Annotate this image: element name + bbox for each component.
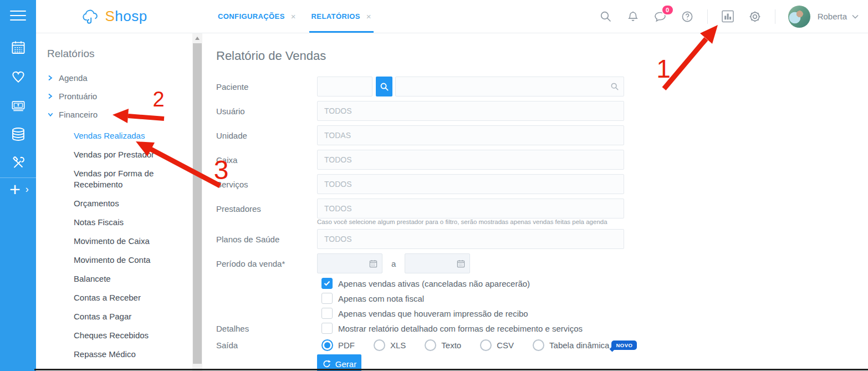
field-row-prestadores: Prestadores [216, 199, 868, 218]
field-row-periodo: Período da venda* a [216, 253, 868, 273]
paciente-search-button[interactable] [376, 77, 392, 96]
periodo-end-input[interactable] [405, 253, 470, 273]
hamburger-menu-icon[interactable] [10, 11, 26, 21]
logo-text: Shosp [105, 8, 147, 25]
open-tabs: CONFIGURAÇÕES × RELATÓRIOS × [192, 0, 385, 33]
calendar-icon[interactable] [9, 39, 27, 57]
chevron-down-icon [47, 111, 54, 118]
radio-xls[interactable] [374, 339, 385, 351]
sidebar-title: Relatórios [47, 48, 192, 60]
chat-badge: 0 [661, 4, 674, 16]
usuario-input[interactable] [317, 101, 624, 121]
header-divider [775, 9, 775, 24]
sidebar-item-vendas-realizadas[interactable]: Vendas Realizadas [74, 130, 191, 141]
scrollbar[interactable] [192, 33, 202, 371]
checkbox-relatorio-detalhado[interactable] [321, 323, 333, 334]
servicos-input[interactable] [317, 174, 624, 194]
sidebar-item-cheques-recebidos[interactable]: Cheques Recebidos [74, 330, 191, 341]
sidebar-item-vendas-por-prestador[interactable]: Vendas por Prestador [74, 149, 191, 160]
check-icon [324, 281, 330, 286]
sidebar-item-repasse-medico[interactable]: Repasse Médico [74, 349, 191, 360]
search-icon [380, 82, 389, 92]
cloud-logo-icon [81, 8, 101, 26]
main-content: Relatório de Vendas Paciente U [204, 33, 868, 371]
radio-pdf[interactable] [321, 339, 333, 351]
search-icon[interactable] [599, 9, 613, 24]
planos-input[interactable] [317, 229, 624, 249]
tree-group-prontuario[interactable]: Prontuário [47, 87, 192, 105]
output-format-row: Saída PDF XLS Texto CSV Tabela dinâmica … [216, 339, 868, 351]
checkbox-row-vendas-ativas: Apenas vendas ativas (canceladas não apa… [216, 278, 868, 289]
caixa-input[interactable] [317, 150, 624, 170]
field-row-caixa: Caixa [216, 150, 868, 170]
periodo-start-input[interactable] [317, 253, 382, 273]
radio-csv[interactable] [480, 339, 492, 351]
scrollbar-thumb[interactable] [193, 43, 202, 364]
heart-icon[interactable] [9, 68, 27, 85]
tree-group-financeiro[interactable]: Financeiro [47, 105, 192, 124]
money-icon[interactable] [9, 96, 27, 114]
chevron-right-icon [47, 93, 54, 100]
sidebar-item-movimento-conta[interactable]: Movimento de Conta [74, 255, 191, 266]
reports-chart-icon[interactable] [721, 9, 735, 24]
logo[interactable]: Shosp [36, 0, 192, 33]
sidebar-item-contas-receber[interactable]: Contas a Receber [74, 292, 191, 303]
sidebar-item-vendas-por-forma[interactable]: Vendas por Forma de Recebimento [74, 168, 191, 190]
field-row-paciente: Paciente [216, 77, 868, 96]
sidebar-add-row: + › [0, 181, 36, 197]
chevron-right-icon [47, 74, 54, 82]
field-row-unidade: Unidade [216, 125, 868, 145]
tree-group-agenda[interactable]: Agenda [47, 69, 192, 87]
checkbox-row-nota-fiscal: Apenas com nota fiscal [216, 293, 868, 304]
tab-configuracoes[interactable]: CONFIGURAÇÕES × [216, 0, 298, 33]
header-divider [707, 9, 708, 24]
calendar-icon [457, 260, 465, 268]
plus-icon[interactable]: + [9, 181, 21, 197]
chevron-down-icon[interactable] [851, 14, 859, 19]
radio-texto[interactable] [425, 339, 436, 351]
window-bottom-edge [34, 369, 868, 370]
sidebar-item-balancete[interactable]: Balancete [74, 273, 191, 284]
database-icon[interactable] [9, 125, 27, 143]
financeiro-items: Vendas Realizadas Vendas por Prestador V… [74, 130, 192, 360]
close-icon[interactable]: × [291, 12, 296, 21]
checkbox-row-impressao-recibo: Apenas vendas que houveram impressão de … [216, 308, 868, 319]
radio-tabela-dinamica[interactable] [533, 339, 544, 351]
page-title: Relatório de Vendas [216, 49, 868, 63]
sales-report-form: Paciente Usuário Un [216, 77, 868, 371]
chat-icon[interactable]: 0 [653, 9, 667, 24]
paciente-code-input[interactable] [317, 77, 372, 96]
top-header: Shosp CONFIGURAÇÕES × RELATÓRIOS × [36, 0, 868, 33]
calendar-icon [369, 260, 377, 268]
close-icon[interactable]: × [366, 12, 371, 21]
sidebar-item-notas-fiscais[interactable]: Notas Fiscais [74, 217, 191, 228]
sidebar-item-movimento-caixa[interactable]: Movimento de Caixa [74, 236, 191, 247]
checkbox-impressao-recibo[interactable] [321, 308, 333, 319]
tools-icon[interactable] [9, 154, 27, 172]
checkbox-nota-fiscal[interactable] [321, 293, 333, 304]
help-icon[interactable] [680, 9, 695, 24]
saida-label: Saída [216, 340, 317, 350]
scrollbar-up-button[interactable] [192, 33, 202, 43]
paciente-name-input[interactable] [395, 77, 624, 96]
gear-icon[interactable] [748, 9, 762, 24]
unidade-input[interactable] [317, 125, 624, 145]
sidebar-item-orcamentos[interactable]: Orçamentos [74, 198, 191, 209]
field-row-usuario: Usuário [216, 101, 868, 121]
user-name[interactable]: Roberta [818, 12, 847, 21]
sidebar-item-contas-pagar[interactable]: Contas a Pagar [74, 311, 191, 322]
checkbox-vendas-ativas[interactable] [321, 278, 333, 289]
reports-tree: Agenda Prontuário Financeiro Vendas Real… [47, 69, 192, 360]
chevron-right-icon[interactable]: › [25, 181, 29, 197]
refresh-icon [322, 359, 331, 369]
bell-icon[interactable] [626, 9, 640, 24]
app-window: + › Shosp CONFIGURAÇÕES × RELATÓRIOS × [0, 0, 868, 371]
prestadores-input[interactable] [317, 199, 624, 218]
reports-sidebar: Relatórios Agenda Prontuário Financeiro [36, 33, 192, 371]
tab-relatorios[interactable]: RELATÓRIOS × [309, 0, 374, 33]
prestadores-helper-text: Caso você selecione algum prestador para… [317, 218, 868, 225]
app-sidebar: + › [0, 0, 36, 371]
avatar[interactable] [788, 6, 810, 28]
novo-badge: NOVO [611, 340, 637, 350]
checkbox-row-detalhado: Detalhes Mostrar relatório detalhado com… [216, 323, 868, 334]
